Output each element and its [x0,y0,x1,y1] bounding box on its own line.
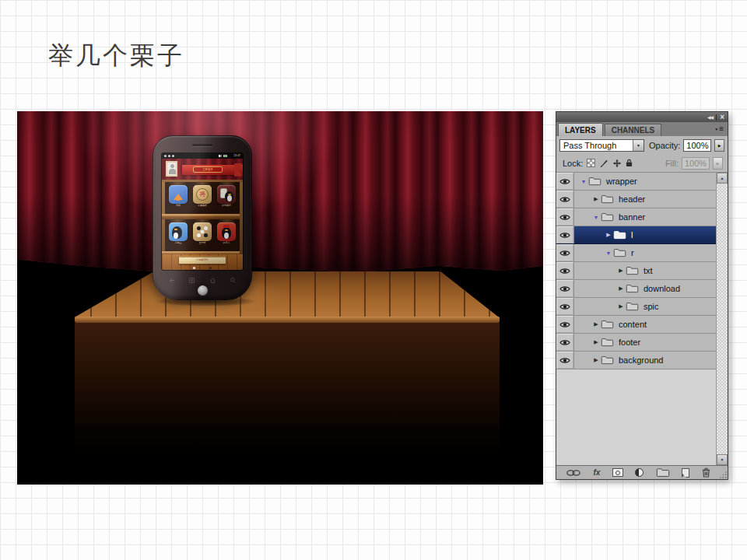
disclosure-triangle-icon[interactable]: ▶ [591,196,601,202]
fill-input: 100% [682,157,710,170]
disclosure-triangle-icon[interactable]: ▶ [616,285,626,292]
layers-scrollbar[interactable]: ▲ ▼ [716,173,728,465]
layer-name: footer [619,338,640,347]
tab-channels[interactable]: CHANNELS [605,124,662,136]
eye-icon [559,321,570,328]
lock-transparency-icon[interactable] [587,159,595,167]
titlebar-divider [716,114,717,121]
visibility-toggle[interactable] [556,173,574,190]
layer-mask-icon[interactable] [612,468,623,477]
blend-dropdown-icon[interactable]: ▼ [633,140,644,151]
search-icon [230,277,237,284]
avatar [166,161,177,177]
fill-spinner-icon: ▶ [713,157,723,170]
eye-icon [559,196,570,203]
new-group-icon[interactable] [656,467,670,478]
disclosure-triangle-icon[interactable]: ▶ [591,357,601,363]
layer-row-r[interactable]: ▼ r [556,244,716,262]
game-app-icon: 斗地主 [167,222,190,246]
eye-icon [559,268,570,275]
blend-mode-value: Pass Through [560,140,633,151]
fill-label: Fill: [665,159,679,168]
signal-icon [219,155,222,157]
disclosure-triangle-icon[interactable]: ▶ [604,232,613,238]
adjustment-layer-icon[interactable] [635,468,644,477]
layer-style-icon[interactable]: fx [594,468,601,477]
layer-name: txt [644,266,653,275]
game-icon-label: 欢乐斗 [223,241,230,243]
visibility-toggle[interactable] [556,191,574,208]
opacity-spinner-icon[interactable]: ▶ [714,139,724,152]
visibility-toggle[interactable] [556,208,574,226]
tab-layers[interactable]: LAYERS [558,123,603,136]
disclosure-triangle-icon[interactable]: ▶ [591,339,601,345]
lock-move-icon[interactable] [612,159,622,168]
layer-row-header[interactable]: ▶ header [556,191,716,208]
menu-icon [188,277,195,284]
layer-row-txt[interactable]: ▶ txt [556,262,716,280]
visibility-toggle[interactable] [556,244,574,261]
visibility-toggle[interactable] [556,280,574,297]
group-folder-icon [626,266,639,275]
disclosure-triangle-icon[interactable]: ▶ [616,268,626,274]
layer-row-l[interactable]: ▶ l [556,226,716,244]
group-folder-icon [613,248,626,257]
layer-name: download [644,284,680,293]
lock-paint-icon[interactable] [599,159,608,168]
layer-row-background[interactable]: ▶ background [556,352,716,369]
visibility-toggle[interactable] [556,262,574,279]
scroll-up-icon[interactable]: ▲ [717,173,728,184]
scroll-down-icon[interactable]: ▼ [717,454,728,465]
group-folder-icon [613,230,626,240]
layer-name: content [619,320,647,329]
layer-row-footer[interactable]: ▶ footer [556,334,716,352]
app-header-curtain: 立即登录 [162,159,243,180]
close-panel-icon[interactable]: × [720,114,724,121]
eye-icon [559,285,570,292]
collapse-panel-icon[interactable]: ◀◀ [707,115,713,120]
eye-icon [559,339,570,346]
layer-row-content[interactable]: ▶ content [556,316,716,334]
group-folder-icon [588,177,601,186]
visibility-toggle[interactable] [556,316,574,333]
layer-name: spic [644,302,659,311]
opacity-input[interactable]: 100% [683,139,711,152]
group-folder-icon [626,302,639,311]
wood-table-edge [75,317,500,323]
visibility-toggle[interactable] [556,334,574,351]
layer-row-wrapper[interactable]: ▼ wrapper [556,173,716,191]
group-folder-icon [601,194,614,204]
disclosure-triangle-icon[interactable]: ▶ [591,321,601,327]
group-folder-icon [601,212,614,222]
panel-menu-icon[interactable]: ▼≡ [714,125,724,133]
game-app-icon: 欢乐斗 [215,222,238,246]
new-layer-icon[interactable] [682,468,689,478]
eye-icon [559,214,570,221]
game-app-icon: 将中国象棋 [191,185,214,208]
visibility-toggle[interactable] [556,352,574,369]
smartphone: 13:47 立即登录 升级将中国象棋欢乐麻将斗地主五子棋欢乐斗 内测邀请码 [153,135,252,300]
layer-row-spic[interactable]: ▶ spic [556,298,716,316]
link-layers-icon[interactable] [566,469,581,477]
layer-row-download[interactable]: ▶ download [556,280,716,298]
disclosure-triangle-icon[interactable]: ▼ [579,179,588,184]
delete-layer-icon[interactable] [702,467,710,478]
theater-curtain [17,111,543,272]
ribbon-tail [234,163,243,177]
lock-row: Lock: Fill: 100% ▶ [556,154,728,173]
visibility-toggle[interactable] [556,226,574,243]
status-left-icons [164,155,174,157]
disclosure-triangle-icon[interactable]: ▶ [616,303,626,310]
blend-mode-select[interactable]: Pass Through ▼ [559,139,644,152]
layers-panel: ◀◀ × LAYERS CHANNELS ▼≡ Pass Through ▼ O… [556,111,728,480]
layer-row-banner[interactable]: ▼ banner [556,208,716,226]
visibility-toggle[interactable] [556,298,574,315]
eye-icon [559,303,570,310]
disclosure-triangle-icon[interactable]: ▼ [591,215,601,220]
layer-name: l [631,230,633,240]
disclosure-triangle-icon[interactable]: ▼ [604,250,613,256]
group-folder-icon [601,320,614,329]
lock-all-icon[interactable] [626,159,633,167]
resize-grip[interactable] [719,471,727,478]
group-folder-icon [601,338,614,347]
